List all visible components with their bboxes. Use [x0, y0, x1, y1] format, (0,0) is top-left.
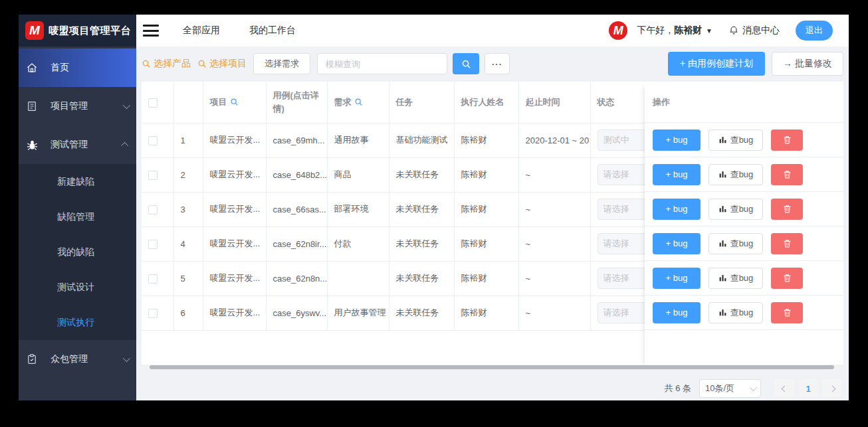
- logout-button[interactable]: 退出: [796, 21, 833, 41]
- filter-toolbar: 选择产品 选择项目 选择需求 ··· + 由用例创建计划 → 批量修改: [142, 53, 843, 74]
- trash-icon: [782, 307, 792, 317]
- search-icon: [354, 98, 363, 106]
- chevron-left-icon: [781, 385, 788, 392]
- total-count-label: 共 6 条: [665, 383, 691, 394]
- operations-row: + bug 查bug: [645, 192, 843, 226]
- message-center[interactable]: 消息中心: [728, 25, 780, 37]
- brand-logo-icon: M: [25, 21, 44, 40]
- add-bug-button[interactable]: + bug: [653, 199, 701, 220]
- case-cell[interactable]: case_66sas...: [266, 192, 327, 226]
- requirement-column-header: 需求: [327, 82, 389, 123]
- logo-bar[interactable]: M 唛盟项目管理平台: [19, 15, 136, 46]
- row-checkbox[interactable]: [148, 205, 158, 214]
- add-bug-button[interactable]: + bug: [653, 302, 701, 323]
- view-bug-button[interactable]: 查bug: [708, 268, 763, 289]
- sidebar-item-test-execution[interactable]: 测试执行: [19, 305, 136, 340]
- task-cell: 未关联任务: [389, 192, 454, 226]
- view-bug-button[interactable]: 查bug: [708, 164, 763, 185]
- create-plan-button[interactable]: + 由用例创建计划: [668, 52, 765, 76]
- sidebar: M 唛盟项目管理平台 首页 项目管理 测试管理: [19, 15, 136, 400]
- current-page[interactable]: 1: [798, 379, 818, 398]
- executor-cell: 陈裕财: [454, 123, 518, 157]
- sidebar-item-my-defects[interactable]: 我的缺陷: [19, 234, 136, 270]
- sidebar-item-label: 新建缺陷: [57, 176, 128, 188]
- executor-cell: 陈裕财: [454, 296, 518, 330]
- operations-row: + bug 查bug: [645, 261, 843, 296]
- toolbar-actions: + 由用例创建计划 → 批量修改: [668, 52, 843, 76]
- sidebar-item-new-defect[interactable]: 新建缺陷: [19, 164, 136, 199]
- table-row[interactable]: 5 唛盟云开发... case_62n8n... 未关联任务 陈裕财 ~ 请选择: [142, 261, 670, 296]
- case-cell[interactable]: case_69mh...: [266, 123, 327, 157]
- index-column-header: [173, 82, 203, 123]
- fuzzy-search-input[interactable]: [317, 53, 447, 74]
- nav-my-workbench[interactable]: 我的工作台: [249, 25, 296, 37]
- hamburger-menu-icon[interactable]: [143, 25, 159, 37]
- delete-button[interactable]: [771, 268, 803, 289]
- case-cell[interactable]: case_62n8ir...: [266, 226, 327, 261]
- dates-cell: ~: [518, 226, 590, 261]
- add-bug-button[interactable]: + bug: [653, 129, 701, 151]
- project-cell: 唛盟云开发...: [203, 261, 266, 296]
- sidebar-item-test-design[interactable]: 测试设计: [19, 270, 136, 305]
- add-bug-button[interactable]: + bug: [653, 164, 701, 185]
- case-cell[interactable]: case_648b2...: [266, 157, 327, 192]
- sidebar-menu: 首页 项目管理 测试管理 新建缺陷: [19, 46, 136, 400]
- prev-page-button[interactable]: [774, 379, 794, 398]
- sidebar-item-home[interactable]: 首页: [19, 48, 136, 87]
- row-checkbox[interactable]: [148, 171, 158, 180]
- sidebar-item-label: 项目管理: [51, 100, 123, 112]
- row-checkbox[interactable]: [148, 136, 158, 145]
- table-row[interactable]: 1 唛盟云开发... case_69mh... 通用故事 基础功能测试 陈裕财 …: [142, 123, 670, 157]
- delete-button[interactable]: [771, 129, 803, 151]
- table-row[interactable]: 6 唛盟云开发... case_6yswv... 用户故事管理 未关联任务 陈裕…: [142, 296, 670, 330]
- sidebar-item-project-mgmt[interactable]: 项目管理: [19, 87, 136, 126]
- delete-button[interactable]: [771, 302, 803, 323]
- horizontal-scrollbar[interactable]: [142, 365, 843, 370]
- executor-cell: 陈裕财: [454, 261, 518, 296]
- page-size-select[interactable]: 10条/页: [699, 379, 761, 398]
- row-checkbox[interactable]: [148, 274, 158, 284]
- sidebar-item-partial[interactable]: [19, 395, 136, 400]
- more-filters-button[interactable]: ···: [485, 53, 510, 74]
- project-cell: 唛盟云开发...: [203, 157, 266, 192]
- add-bug-button[interactable]: + bug: [653, 233, 701, 254]
- select-requirement-button[interactable]: 选择需求: [253, 53, 310, 74]
- sidebar-item-test-mgmt[interactable]: 测试管理: [19, 126, 136, 164]
- dates-column-header: 起止时间: [518, 82, 590, 123]
- table-row[interactable]: 2 唛盟云开发... case_648b2... 商品 未关联任务 陈裕财 ~ …: [142, 157, 670, 192]
- next-page-button[interactable]: [822, 379, 842, 398]
- view-bug-button[interactable]: 查bug: [708, 302, 763, 323]
- batch-edit-button[interactable]: → 批量修改: [772, 52, 843, 76]
- project-column-header: 项目: [203, 82, 266, 123]
- case-cell[interactable]: case_62n8n...: [266, 261, 327, 296]
- nav-all-apps[interactable]: 全部应用: [183, 25, 220, 37]
- row-checkbox[interactable]: [148, 240, 158, 249]
- table-row[interactable]: 4 唛盟云开发... case_62n8ir... 付款 未关联任务 陈裕财 ~…: [142, 226, 670, 261]
- scrollbar-thumb[interactable]: [150, 365, 834, 369]
- add-bug-button[interactable]: + bug: [653, 268, 701, 289]
- table-row[interactable]: 3 唛盟云开发... case_66sas... 部署环境 未关联任务 陈裕财 …: [142, 192, 670, 226]
- view-bug-button[interactable]: 查bug: [708, 233, 763, 254]
- delete-button[interactable]: [771, 164, 803, 185]
- view-bug-button[interactable]: 查bug: [708, 199, 763, 220]
- bar-chart-icon: [718, 274, 727, 282]
- view-bug-button[interactable]: 查bug: [708, 129, 763, 151]
- topbar-right: M 下午好，陈裕财 ▼ 消息中心 退出: [609, 21, 833, 41]
- sidebar-item-defect-mgmt[interactable]: 缺陷管理: [19, 199, 136, 234]
- avatar[interactable]: M: [609, 21, 627, 40]
- select-product-link[interactable]: 选择产品: [142, 58, 191, 70]
- search-button[interactable]: [453, 53, 479, 74]
- select-project-link[interactable]: 选择项目: [197, 58, 247, 70]
- search-icon: [142, 59, 151, 68]
- executor-column-header: 执行人姓名: [454, 82, 518, 123]
- home-icon: [25, 61, 39, 74]
- delete-button[interactable]: [771, 233, 803, 254]
- delete-button[interactable]: [771, 199, 803, 220]
- trash-icon: [782, 204, 792, 214]
- user-greeting[interactable]: 下午好，陈裕财 ▼: [637, 25, 712, 37]
- row-checkbox[interactable]: [148, 309, 158, 318]
- case-cell[interactable]: case_6yswv...: [266, 296, 327, 330]
- app-window: M 唛盟项目管理平台 首页 项目管理 测试管理: [19, 15, 849, 400]
- select-all-checkbox[interactable]: [148, 98, 158, 108]
- sidebar-item-crowdsource-mgmt[interactable]: 众包管理: [19, 340, 136, 379]
